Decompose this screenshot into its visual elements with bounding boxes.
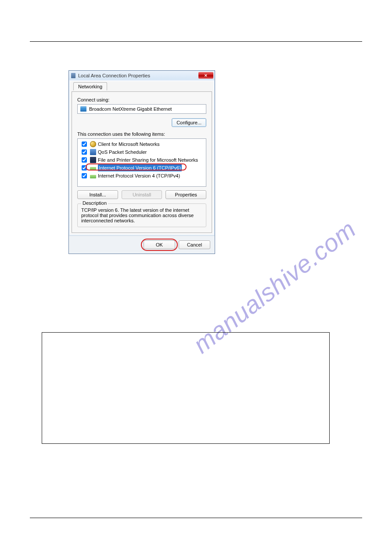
tab-networking[interactable]: Networking	[73, 82, 107, 91]
item-checkbox[interactable]	[82, 141, 87, 147]
list-item[interactable]: Internet Protocol Version 6 (TCP/IPv6)	[80, 164, 204, 172]
tab-panel: Connect using: Broadcom NetXtreme Gigabi…	[72, 91, 212, 233]
item-label: File and Printer Sharing for Microsoft N…	[98, 156, 198, 163]
list-item[interactable]: Internet Protocol Version 4 (TCP/IPv4)	[80, 172, 204, 180]
description-text: TCP/IP version 6. The latest version of …	[81, 207, 202, 223]
connect-using-label: Connect using:	[77, 97, 206, 102]
items-label: This connection uses the following items…	[77, 131, 206, 137]
adapter-field: Broadcom NetXtreme Gigabit Ethernet	[77, 104, 206, 114]
window-icon	[71, 73, 76, 78]
item-checkbox[interactable]	[82, 157, 87, 163]
annotation-red-oval	[86, 163, 187, 170]
qos-icon	[90, 149, 96, 155]
item-label: QoS Packet Scheduler	[98, 149, 147, 156]
items-listbox[interactable]: Client for Microsoft Networks QoS Packet…	[77, 138, 206, 187]
client-networks-icon	[90, 141, 96, 147]
install-button[interactable]: Install...	[77, 190, 118, 199]
titlebar: Local Area Connection Properties ✕	[69, 71, 215, 80]
adapter-name: Broadcom NetXtreme Gigabit Ethernet	[89, 106, 172, 112]
dialog-body: Networking Connect using: Broadcom NetXt…	[70, 81, 214, 235]
item-checkbox[interactable]	[82, 173, 87, 178]
description-groupbox: Description TCP/IP version 6. The latest…	[77, 203, 206, 227]
lan-properties-dialog: Local Area Connection Properties ✕ Netwo…	[68, 70, 215, 254]
dialog-footer: OK Cancel	[69, 236, 215, 254]
description-legend: Description	[81, 200, 108, 206]
item-label: Internet Protocol Version 4 (TCP/IPv4)	[98, 172, 180, 179]
annotation-red-oval	[141, 239, 178, 251]
protocol-icon	[90, 175, 96, 178]
note-frame	[42, 332, 330, 444]
list-item[interactable]: File and Printer Sharing for Microsoft N…	[80, 156, 204, 164]
file-share-icon	[90, 157, 96, 163]
uninstall-button: Uninstall	[122, 190, 162, 199]
cancel-button[interactable]: Cancel	[179, 240, 210, 249]
close-button[interactable]: ✕	[198, 72, 213, 79]
item-checkbox[interactable]	[82, 149, 87, 155]
nic-icon	[80, 106, 86, 112]
list-item[interactable]: Client for Microsoft Networks	[80, 140, 204, 148]
window-title: Local Area Connection Properties	[78, 73, 150, 78]
configure-button[interactable]: Configure...	[172, 118, 206, 127]
properties-button[interactable]: Properties	[165, 190, 206, 199]
header-rule	[30, 41, 362, 42]
footer-rule	[30, 518, 362, 518]
item-label: Client for Microsoft Networks	[98, 141, 160, 148]
list-item[interactable]: QoS Packet Scheduler	[80, 148, 204, 156]
